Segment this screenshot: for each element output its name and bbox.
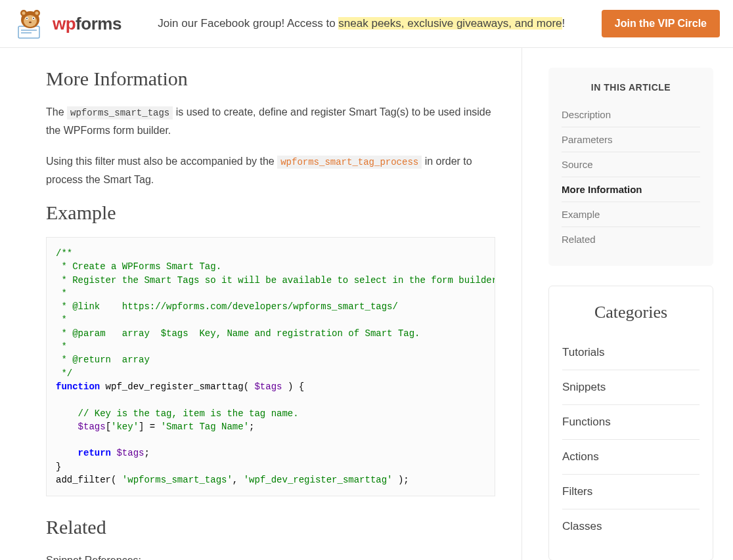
promo-text: Join our Facebook group! Access to sneak… (158, 17, 565, 30)
toc-item-source[interactable]: Source (562, 152, 700, 177)
logo[interactable]: wpforms (13, 8, 122, 39)
more-info-paragraph-1: The wpforms_smart_tags is used to create… (46, 103, 495, 139)
toc-list: Description Parameters Source More Infor… (548, 102, 713, 251)
category-actions[interactable]: Actions (562, 440, 700, 474)
code-link-smart-tag-process[interactable]: wpforms_smart_tag_process (277, 156, 422, 169)
category-tutorials[interactable]: Tutorials (562, 335, 700, 370)
main-content: More Information The wpforms_smart_tags … (0, 48, 522, 560)
svg-point-13 (29, 22, 32, 24)
related-heading: Related (46, 516, 495, 538)
toc-item-more-information[interactable]: More Information (562, 177, 700, 202)
category-functions[interactable]: Functions (562, 405, 700, 439)
code-block: /** * Create a WPForms Smart Tag. * Regi… (46, 237, 495, 496)
related-intro: Snippet References: (46, 551, 495, 560)
toc-item-example[interactable]: Example (562, 202, 700, 226)
svg-point-12 (33, 18, 34, 19)
toc-item-description[interactable]: Description (562, 102, 700, 127)
page-container: More Information The wpforms_smart_tags … (0, 48, 733, 560)
svg-point-4 (24, 15, 37, 27)
toc-item-parameters[interactable]: Parameters (562, 127, 700, 152)
more-info-paragraph-2: Using this filter must also be accompani… (46, 152, 495, 188)
categories-list: Tutorials Snippets Functions Actions Fil… (562, 335, 700, 544)
logo-text: wpforms (53, 14, 122, 34)
toc-box: IN THIS ARTICLE Description Parameters S… (548, 68, 713, 266)
category-classes[interactable]: Classes (562, 509, 700, 544)
example-heading: Example (46, 202, 495, 224)
promo-highlight[interactable]: sneak peeks, exclusive giveaways, and mo… (338, 17, 562, 30)
site-header: wpforms Join our Facebook group! Access … (0, 0, 733, 48)
toc-title: IN THIS ARTICLE (548, 82, 713, 93)
svg-point-8 (35, 12, 39, 15)
categories-title: Categories (562, 303, 700, 322)
category-filters[interactable]: Filters (562, 475, 700, 509)
code-wpforms-smart-tags: wpforms_smart_tags (67, 106, 173, 119)
svg-point-7 (22, 12, 26, 15)
logo-mascot-icon (13, 8, 47, 39)
toc-item-related[interactable]: Related (562, 227, 700, 251)
category-snippets[interactable]: Snippets (562, 370, 700, 404)
sidebar: IN THIS ARTICLE Description Parameters S… (522, 48, 733, 560)
vip-button[interactable]: Join the VIP Circle (602, 10, 720, 37)
more-information-heading: More Information (46, 68, 495, 90)
svg-point-11 (26, 18, 28, 19)
categories-box: Categories Tutorials Snippets Functions … (548, 286, 713, 560)
